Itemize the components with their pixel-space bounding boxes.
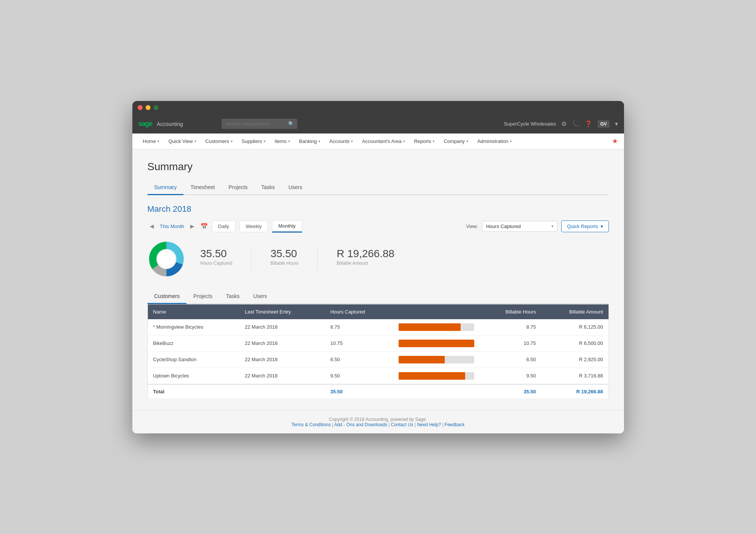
last-entry-cell: 22 March 2018 — [239, 319, 325, 335]
last-entry-cell: 22 March 2018 — [239, 368, 325, 384]
help-icon[interactable]: ❓ — [585, 120, 592, 127]
hours-captured-label: Hours Captured — [200, 261, 233, 266]
terms-link[interactable]: Terms & Conditions — [291, 422, 331, 427]
last-entry-cell: 22 March 2018 — [239, 351, 325, 368]
quick-reports-button[interactable]: Quick Reports ▾ — [561, 220, 609, 232]
minimize-button[interactable] — [146, 105, 151, 110]
menu-item-items[interactable]: Items ▾ — [270, 133, 295, 149]
view-label: View: — [466, 224, 478, 229]
chevron-down-icon: ▾ — [157, 139, 159, 143]
contact-link[interactable]: Contact Us — [391, 422, 413, 427]
menu-item-suppliers[interactable]: Suppliers ▾ — [237, 133, 270, 149]
app-window: sage Accounting 🔍 SuperCycle Wholesales … — [132, 101, 624, 433]
help-link[interactable]: Need Help? — [417, 422, 441, 427]
billable-amount-cell: R 2,925.00 — [541, 351, 609, 368]
sage-logo: sage — [138, 120, 152, 128]
col-header-last-entry: Last Timesheet Entry — [239, 304, 325, 319]
view-select[interactable]: Hours Captured Billable Hours Billable A… — [482, 221, 557, 232]
chevron-down-icon: ▾ — [264, 139, 265, 143]
tab-timesheet[interactable]: Timesheet — [183, 180, 222, 195]
app-name: Accounting — [157, 121, 183, 127]
billable-hours-cell: 9.50 — [480, 368, 541, 384]
bar-cell — [393, 351, 480, 368]
search-input[interactable] — [222, 119, 297, 129]
footer: Copyright © 2018 Accounting, powered by … — [132, 410, 624, 433]
prev-period-button[interactable]: ◀ — [147, 222, 156, 231]
tab-customers[interactable]: Customers — [147, 289, 187, 304]
menu-item-banking[interactable]: Banking ▾ — [295, 133, 325, 149]
menu-item-home[interactable]: Home ▾ — [138, 133, 164, 149]
table-header-row: Name Last Timesheet Entry Hours Captured… — [147, 304, 609, 319]
feedback-link[interactable]: Feedback — [445, 422, 465, 427]
total-billable-amount: R 19,266.88 — [541, 384, 609, 399]
favorites-star-icon[interactable]: ★ — [612, 137, 618, 145]
table-row: BikeBuzz 22 March 2018 10.75 10.75 R 6,5… — [147, 335, 609, 351]
hours-captured-cell: 9.50 — [325, 368, 393, 384]
chevron-down-icon: ▾ — [231, 139, 233, 143]
menu-item-administration[interactable]: Administration ▾ — [473, 133, 516, 149]
maximize-button[interactable] — [154, 105, 158, 110]
phone-icon[interactable]: 📞 — [572, 120, 579, 127]
total-row: Total 35.50 35.50 R 19,266.88 — [147, 384, 609, 399]
billable-hours-stat: 35.50 Billable Hours — [270, 248, 298, 270]
total-label: Total — [147, 384, 239, 399]
page-title: Summary — [147, 161, 609, 173]
hours-bar-fill — [399, 372, 465, 380]
top-nav: sage Accounting 🔍 SuperCycle Wholesales … — [132, 115, 624, 134]
tab-users[interactable]: Users — [247, 289, 274, 304]
menu-item-customers[interactable]: Customers ▾ — [201, 133, 237, 149]
stat-group: 35.50 Hours Captured 35.50 Billable Hour… — [200, 248, 394, 270]
col-header-hours-captured: Hours Captured — [325, 304, 393, 319]
addons-link[interactable]: Add - Ons and Downloads — [334, 422, 387, 427]
close-button[interactable] — [138, 105, 143, 110]
customer-name-cell[interactable]: CycleShop Sandton — [147, 351, 239, 368]
table-row: Uptown Bicycles 22 March 2018 9.50 9.50 … — [147, 368, 609, 384]
tab-projects[interactable]: Projects — [222, 180, 255, 195]
tab-users[interactable]: Users — [282, 180, 309, 195]
settings-icon[interactable]: ⚙ — [561, 120, 567, 127]
title-bar — [132, 101, 624, 115]
tab-projects[interactable]: Projects — [186, 289, 219, 304]
total-blank — [239, 384, 325, 399]
primary-tabs: Summary Timesheet Projects Tasks Users — [147, 180, 609, 195]
menu-item-accountants-area[interactable]: Accountant's Area ▾ — [357, 133, 409, 149]
total-billable-hours: 35.50 — [480, 384, 541, 399]
menu-item-accounts[interactable]: Accounts ▾ — [325, 133, 357, 149]
tab-summary[interactable]: Summary — [147, 180, 184, 195]
search-wrapper: 🔍 — [222, 119, 297, 129]
secondary-tabs: Customers Projects Tasks Users — [147, 289, 609, 304]
calendar-icon[interactable]: 📅 — [200, 223, 208, 230]
hours-captured-stat: 35.50 Hours Captured — [200, 248, 233, 270]
menu-bar: Home ▾ Quick View ▾ Customers ▾ Supplier… — [132, 134, 624, 149]
customer-name-cell[interactable]: Uptown Bicycles — [147, 368, 239, 384]
hours-captured-cell: 10.75 — [325, 335, 393, 351]
col-header-billable-amount: Billable Amount — [541, 304, 609, 319]
monthly-button[interactable]: Monthly — [272, 220, 302, 233]
user-dropdown-icon[interactable]: ▾ — [615, 120, 618, 127]
billable-amount-label: Billable Amount — [337, 261, 394, 266]
hours-captured-cell: 8.75 — [325, 319, 393, 335]
last-entry-cell: 22 March 2018 — [239, 335, 325, 351]
next-period-button[interactable]: ▶ — [188, 222, 197, 231]
stats-row: 35.50 Hours Captured 35.50 Billable Hour… — [147, 240, 609, 278]
hours-bar-container — [399, 323, 474, 331]
daily-button[interactable]: Daily — [212, 220, 236, 232]
user-avatar[interactable]: GV — [598, 120, 609, 128]
weekly-button[interactable]: Weekly — [239, 220, 268, 232]
billable-hours-cell: 6.50 — [480, 351, 541, 368]
chevron-down-icon: ▾ — [351, 139, 353, 143]
stat-divider-1 — [251, 248, 251, 270]
tab-tasks[interactable]: Tasks — [219, 289, 247, 304]
customer-name-cell[interactable]: BikeBuzz — [147, 335, 239, 351]
menu-item-company[interactable]: Company ▾ — [439, 133, 473, 149]
menu-item-reports[interactable]: Reports ▾ — [410, 133, 439, 149]
hours-bar-container — [399, 340, 474, 347]
tab-tasks[interactable]: Tasks — [255, 180, 282, 195]
customer-name-cell[interactable]: * Morningview Bicycles — [147, 319, 239, 335]
menu-item-quickview[interactable]: Quick View ▾ — [164, 133, 201, 149]
col-header-name: Name — [147, 304, 239, 319]
top-nav-right: SuperCycle Wholesales ⚙ 📞 ❓ GV ▾ — [504, 120, 618, 128]
this-month-label[interactable]: This Month — [160, 224, 184, 229]
chevron-down-icon: ▾ — [318, 139, 320, 143]
hours-bar-container — [399, 356, 474, 363]
